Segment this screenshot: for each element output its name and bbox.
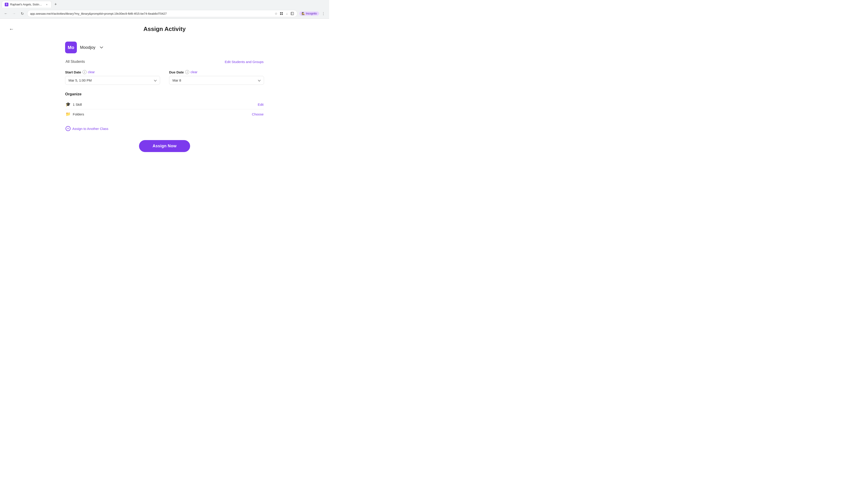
class-dropdown-button[interactable]: [98, 44, 104, 51]
back-button[interactable]: ←: [9, 26, 14, 32]
folders-icon: 📁: [66, 111, 70, 117]
skill-icon: 🎓: [66, 102, 70, 107]
skill-item: 🎓 1 Skill Edit: [65, 100, 264, 109]
address-icons: ☆ ↓: [274, 11, 294, 16]
bookmark-icon[interactable]: ☆: [274, 11, 278, 16]
assign-now-container: Assign Now: [65, 140, 264, 152]
due-date-arrow-icon: [258, 78, 260, 82]
incognito-badge[interactable]: 🕵 Incognito: [299, 11, 319, 15]
page-header: ← Assign Activity: [0, 26, 329, 33]
tab-close-button[interactable]: ×: [45, 3, 49, 6]
assign-another-label: Assign to Another Class: [72, 127, 108, 131]
svg-rect-4: [291, 12, 293, 15]
due-date-clear-link[interactable]: clear: [191, 70, 197, 74]
students-row: All Students Edit Students and Groups: [65, 60, 264, 64]
page-content: ← Assign Activity Mo Moodjoy All Student…: [0, 19, 329, 172]
back-button[interactable]: ←: [3, 10, 9, 17]
start-date-label-row: Start Date i clear: [65, 70, 160, 74]
menu-button[interactable]: ⋮: [320, 10, 327, 17]
edit-students-link[interactable]: Edit Students and Groups: [225, 60, 264, 64]
assign-now-button[interactable]: Assign Now: [139, 140, 190, 152]
svg-rect-3: [282, 14, 283, 15]
start-date-value: Mar 5, 1:00 PM: [68, 78, 92, 82]
folders-choose-link[interactable]: Choose: [252, 112, 264, 116]
download-icon[interactable]: ↓: [285, 11, 289, 16]
reload-button[interactable]: ↻: [19, 10, 25, 17]
due-date-value: Mar 8: [173, 78, 181, 82]
svg-rect-2: [280, 14, 281, 15]
folders-item: 📁 Folders Choose: [65, 109, 264, 119]
skill-label: 1 Skill: [73, 103, 82, 106]
due-date-info-icon[interactable]: i: [185, 70, 189, 74]
start-date-field: Start Date i clear Mar 5, 1:00 PM: [65, 70, 160, 85]
due-date-label-row: Due Date i clear: [169, 70, 264, 74]
svg-rect-1: [282, 12, 283, 13]
class-selector: Mo Moodjoy: [65, 41, 264, 53]
organize-title: Organize: [65, 92, 264, 96]
sidebar-toggle-icon[interactable]: [290, 11, 294, 16]
dates-section: Start Date i clear Mar 5, 1:00 PM Due D: [65, 70, 264, 85]
class-avatar: Mo: [65, 41, 77, 53]
svg-rect-0: [280, 12, 281, 13]
start-date-info-icon[interactable]: i: [83, 70, 87, 74]
due-date-label: Due Date: [169, 70, 184, 74]
tabs-bar: S Raphael's Angels, Sistine Mado... × +: [0, 0, 329, 8]
folders-label: Folders: [73, 112, 84, 116]
main-container: Mo Moodjoy All Students Edit Students an…: [56, 41, 273, 152]
start-date-arrow-icon: [154, 78, 157, 82]
address-bar[interactable]: app.seesaw.me/#/activities/library?my_li…: [27, 10, 298, 17]
start-date-dropdown[interactable]: Mar 5, 1:00 PM: [65, 76, 160, 85]
address-text: app.seesaw.me/#/activities/library?my_li…: [30, 12, 272, 15]
due-date-field: Due Date i clear Mar 8: [169, 70, 264, 85]
new-tab-button[interactable]: +: [53, 1, 59, 7]
skill-edit-link[interactable]: Edit: [258, 103, 264, 106]
browser-chrome: S Raphael's Angels, Sistine Mado... × + …: [0, 0, 329, 19]
class-name: Moodjoy: [80, 45, 95, 50]
folders-item-left: 📁 Folders: [66, 111, 84, 117]
plus-circle-icon: +: [66, 126, 70, 131]
due-date-dropdown[interactable]: Mar 8: [169, 76, 264, 85]
nav-bar: ← → ↻ app.seesaw.me/#/activities/library…: [0, 8, 329, 19]
extensions-icon[interactable]: [279, 11, 284, 16]
page-title: Assign Activity: [144, 26, 186, 33]
tab-title: Raphael's Angels, Sistine Mado...: [10, 3, 43, 6]
all-students-label: All Students: [66, 60, 85, 64]
toolbar-icons: 🕵 Incognito ⋮: [299, 10, 327, 17]
start-date-label: Start Date: [65, 70, 81, 74]
start-date-clear-link[interactable]: clear: [88, 70, 95, 74]
tab-favicon: S: [5, 3, 8, 6]
assign-another-class[interactable]: + Assign to Another Class: [65, 126, 264, 131]
active-tab[interactable]: S Raphael's Angels, Sistine Mado... ×: [2, 1, 52, 8]
incognito-label: Incognito: [306, 12, 317, 15]
forward-button[interactable]: →: [11, 10, 17, 17]
organize-section: Organize 🎓 1 Skill Edit 📁 Folders Choose: [65, 92, 264, 119]
incognito-icon: 🕵: [302, 12, 305, 15]
skill-item-left: 🎓 1 Skill: [66, 102, 82, 107]
